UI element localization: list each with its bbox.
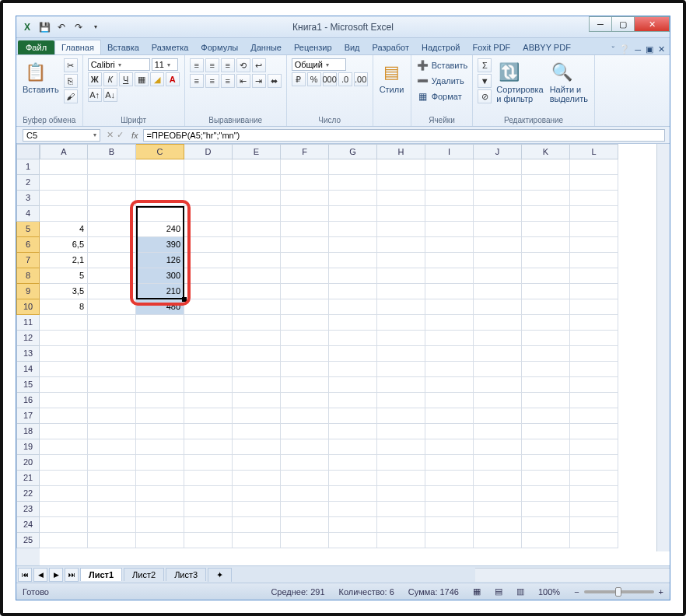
cell-D6[interactable]: [184, 237, 233, 253]
cell-E17[interactable]: [233, 408, 281, 424]
cell-H13[interactable]: [377, 346, 425, 362]
cell-C10[interactable]: 480: [136, 299, 184, 315]
cell-F18[interactable]: [281, 424, 329, 439]
cell-G15[interactable]: [329, 377, 377, 393]
cell-I20[interactable]: [425, 455, 474, 471]
row-header-18[interactable]: 18: [16, 424, 40, 439]
tab-insert[interactable]: Вставка: [101, 40, 145, 54]
cell-E5[interactable]: [233, 222, 281, 237]
cell-B13[interactable]: [88, 346, 136, 362]
cell-D11[interactable]: [184, 315, 233, 331]
cell-L14[interactable]: [570, 362, 618, 377]
align-bottom-icon[interactable]: ≡: [221, 58, 235, 72]
cell-C5[interactable]: 240: [136, 222, 184, 237]
cell-C3[interactable]: [136, 191, 184, 206]
cell-J13[interactable]: [474, 346, 522, 362]
cell-H3[interactable]: [377, 191, 425, 206]
cell-E22[interactable]: [233, 486, 281, 502]
col-header-H[interactable]: H: [377, 144, 425, 159]
format-cells-button[interactable]: ▦Формат: [416, 89, 468, 103]
cell-G12[interactable]: [329, 331, 377, 346]
bold-icon[interactable]: Ж: [88, 72, 102, 86]
cell-H14[interactable]: [377, 362, 425, 377]
cell-C8[interactable]: 300: [136, 268, 184, 284]
copy-icon[interactable]: ⎘: [64, 74, 78, 88]
font-name-combo[interactable]: Calibri▾: [88, 58, 150, 71]
col-header-L[interactable]: L: [570, 144, 618, 159]
cell-H7[interactable]: [377, 253, 425, 268]
comma-icon[interactable]: 000: [323, 72, 337, 86]
cell-B15[interactable]: [88, 377, 136, 393]
cell-A7[interactable]: 2,1: [40, 253, 88, 268]
cell-E11[interactable]: [233, 315, 281, 331]
cell-I4[interactable]: [425, 206, 474, 222]
cell-C25[interactable]: [136, 533, 184, 548]
cell-H23[interactable]: [377, 502, 425, 517]
cell-A4[interactable]: [40, 206, 88, 222]
row-header-7[interactable]: 7: [16, 253, 40, 268]
cell-C15[interactable]: [136, 377, 184, 393]
cell-G8[interactable]: [329, 268, 377, 284]
cell-D3[interactable]: [184, 191, 233, 206]
cell-A15[interactable]: [40, 377, 88, 393]
cell-J19[interactable]: [474, 439, 522, 455]
sheet-nav-last[interactable]: ⏭: [65, 568, 79, 582]
cell-K8[interactable]: [522, 268, 570, 284]
merge-icon[interactable]: ⬌: [268, 74, 282, 88]
sheet-tab-2[interactable]: Лист2: [124, 568, 164, 581]
cell-I19[interactable]: [425, 439, 474, 455]
cell-A17[interactable]: [40, 408, 88, 424]
cell-E6[interactable]: [233, 237, 281, 253]
row-header-21[interactable]: 21: [16, 471, 40, 486]
cell-L18[interactable]: [570, 424, 618, 439]
tab-review[interactable]: Рецензир: [288, 40, 338, 54]
cell-E19[interactable]: [233, 439, 281, 455]
cell-H15[interactable]: [377, 377, 425, 393]
cell-A11[interactable]: [40, 315, 88, 331]
cell-B9[interactable]: [88, 284, 136, 299]
cell-G9[interactable]: [329, 284, 377, 299]
cell-J23[interactable]: [474, 502, 522, 517]
row-header-20[interactable]: 20: [16, 455, 40, 471]
align-middle-icon[interactable]: ≡: [205, 58, 219, 72]
cell-F20[interactable]: [281, 455, 329, 471]
cut-icon[interactable]: ✂: [64, 58, 78, 72]
cell-F13[interactable]: [281, 346, 329, 362]
cell-A20[interactable]: [40, 455, 88, 471]
cell-K10[interactable]: [522, 299, 570, 315]
tab-addins[interactable]: Надстрой: [415, 40, 466, 54]
cell-A25[interactable]: [40, 533, 88, 548]
cell-H8[interactable]: [377, 268, 425, 284]
cell-C22[interactable]: [136, 486, 184, 502]
cell-E12[interactable]: [233, 331, 281, 346]
cell-A21[interactable]: [40, 471, 88, 486]
currency-icon[interactable]: ₽: [292, 72, 306, 86]
cell-L21[interactable]: [570, 471, 618, 486]
cell-B5[interactable]: [88, 222, 136, 237]
fill-icon[interactable]: ▼: [478, 74, 492, 88]
cell-I2[interactable]: [425, 175, 474, 191]
cell-B18[interactable]: [88, 424, 136, 439]
cell-C13[interactable]: [136, 346, 184, 362]
cell-I9[interactable]: [425, 284, 474, 299]
cell-I16[interactable]: [425, 393, 474, 408]
cell-K16[interactable]: [522, 393, 570, 408]
cell-J16[interactable]: [474, 393, 522, 408]
cell-A3[interactable]: [40, 191, 88, 206]
cell-A1[interactable]: [40, 159, 88, 175]
cell-G10[interactable]: [329, 299, 377, 315]
col-header-D[interactable]: D: [184, 144, 233, 159]
cell-E23[interactable]: [233, 502, 281, 517]
cell-K23[interactable]: [522, 502, 570, 517]
cell-A13[interactable]: [40, 346, 88, 362]
cell-D16[interactable]: [184, 393, 233, 408]
cell-J3[interactable]: [474, 191, 522, 206]
row-header-13[interactable]: 13: [16, 346, 40, 362]
cell-B17[interactable]: [88, 408, 136, 424]
border-icon[interactable]: ▦: [135, 72, 149, 86]
row-header-12[interactable]: 12: [16, 331, 40, 346]
cell-C17[interactable]: [136, 408, 184, 424]
cell-D4[interactable]: [184, 206, 233, 222]
cell-C9[interactable]: 210: [136, 284, 184, 299]
align-right-icon[interactable]: ≡: [221, 74, 235, 88]
